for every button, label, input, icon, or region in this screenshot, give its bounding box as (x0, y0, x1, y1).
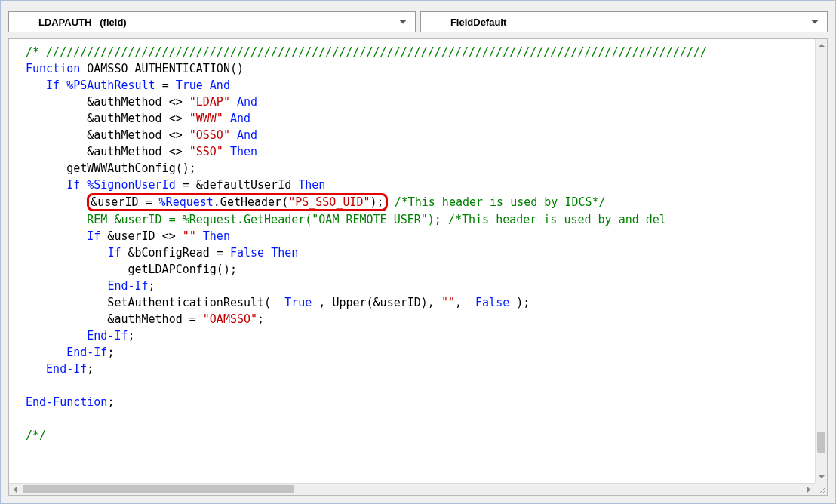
call: SetAuthenticationResult( (26, 296, 278, 309)
operator: <> (162, 229, 176, 243)
keyword: Then (230, 145, 257, 158)
keyword: If (87, 229, 100, 243)
operator: = (162, 78, 169, 92)
event-dropdown-label: FieldDefault (429, 5, 506, 39)
keyword: And (210, 78, 230, 92)
keyword: True (169, 78, 210, 92)
sys-var: %PSAuthResult (60, 78, 161, 92)
expr: &authMethod (26, 128, 169, 142)
scroll-up-icon[interactable] (816, 39, 828, 51)
keyword: End-If (107, 279, 148, 293)
keyword: End-If (87, 329, 128, 343)
string: "OAMSSO" (196, 312, 257, 326)
object-dropdown-label: LDAPAUTH (field) (17, 5, 127, 39)
var: &userID (100, 229, 161, 243)
object-dropdown[interactable]: LDAPAUTH (field) (8, 11, 416, 32)
resize-grip-icon[interactable] (817, 485, 826, 494)
keyword: Then (203, 229, 230, 243)
chevron-down-icon (809, 16, 821, 28)
scroll-left-icon[interactable] (9, 484, 21, 496)
operator: = (189, 312, 196, 326)
rem-keyword: REM (87, 213, 107, 226)
keyword: And (237, 128, 257, 142)
vertical-scrollbar[interactable] (815, 39, 827, 483)
comment: /*This header is used by IDCS*/ (388, 195, 606, 209)
keyword: If (46, 78, 60, 92)
horizontal-scroll-thumb[interactable] (23, 485, 294, 493)
sys-var: %SignonUserId (80, 178, 182, 192)
code-editor[interactable]: /* /////////////////////////////////////… (8, 38, 828, 496)
operator: <> (169, 95, 183, 109)
comment-line: /*/ (26, 429, 46, 442)
string: "" (176, 229, 203, 243)
horizontal-scrollbar[interactable] (9, 483, 815, 495)
operator: <> (169, 145, 183, 158)
operator: <> (169, 112, 183, 125)
comment-line: /* /////////////////////////////////////… (26, 45, 707, 59)
code-content[interactable]: /* /////////////////////////////////////… (26, 44, 815, 444)
keyword: End-Function (26, 395, 107, 409)
keyword: And (230, 112, 250, 125)
window-frame: LDAPAUTH (field) FieldDefault /* ///////… (0, 0, 836, 504)
call: getWWWAuthConfig(); (26, 161, 196, 175)
scroll-down-icon[interactable] (816, 471, 828, 483)
code-viewport[interactable]: /* /////////////////////////////////////… (9, 39, 815, 483)
expr: &authMethod (26, 145, 169, 158)
scroll-right-icon[interactable] (803, 484, 815, 496)
keyword: Function (26, 62, 80, 75)
keyword: False (223, 246, 271, 260)
keyword: True (278, 296, 318, 309)
keyword: End-If (46, 362, 87, 376)
string: "OSSO" (183, 128, 237, 142)
call: ); (516, 296, 530, 309)
call: , (455, 296, 469, 309)
var: &defaultUserId (189, 178, 299, 192)
dropdown-row: LDAPAUTH (field) FieldDefault (1, 1, 835, 37)
keyword: Then (271, 246, 298, 260)
string: "LDAP" (183, 95, 237, 109)
keyword: And (237, 95, 257, 109)
rem-body: &userID = %Request.GetHeader("OAM_REMOTE… (107, 213, 666, 226)
keyword: If (66, 178, 80, 192)
operator: = (183, 178, 189, 192)
call: getLDAPConfig(); (26, 263, 237, 276)
expr: &authMethod (26, 95, 169, 109)
keyword: End-If (66, 346, 107, 359)
call: , Upper(&userID), (318, 296, 441, 309)
string: "SSO" (183, 145, 230, 158)
vertical-scroll-thumb[interactable] (817, 432, 825, 453)
svg-line-2 (825, 493, 826, 494)
chevron-down-icon (397, 16, 409, 28)
keyword: If (107, 246, 121, 260)
operator: <> (169, 128, 183, 142)
operator: = (217, 246, 223, 260)
function-name: OAMSSO_AUTHENTICATION() (80, 62, 244, 75)
keyword: Then (298, 178, 325, 192)
event-dropdown[interactable]: FieldDefault (420, 11, 828, 32)
scroll-corner (815, 483, 827, 495)
var: &bConfigRead (121, 246, 216, 260)
keyword: False (469, 296, 516, 309)
string: "WWW" (183, 112, 230, 125)
var: &authMethod (26, 312, 189, 326)
expr: &authMethod (26, 112, 169, 125)
highlighted-line: &userID = %Request.GetHeader("PS_SSO_UID… (87, 193, 387, 211)
